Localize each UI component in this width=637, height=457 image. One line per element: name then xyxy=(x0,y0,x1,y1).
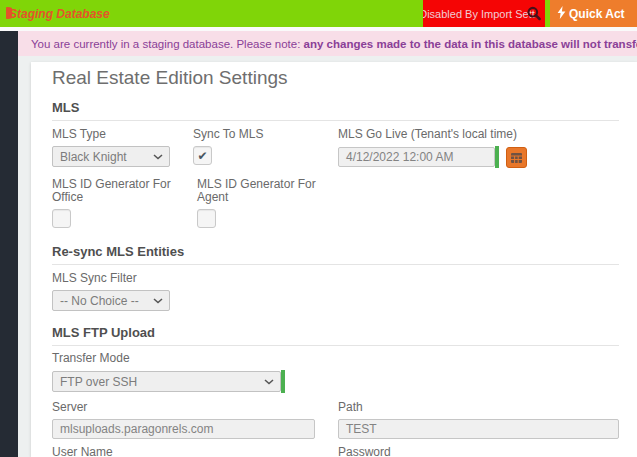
quick-actions-label: Quick Act xyxy=(569,7,625,21)
section-header-mls: MLS xyxy=(52,101,619,115)
transfer-mode-select[interactable]: FTP over SSH xyxy=(52,371,281,392)
staging-warning-bold: any changes made to the data in this dat… xyxy=(304,38,637,50)
staging-warning-banner: You are currently in a staging database.… xyxy=(18,31,637,56)
mls-go-live-input[interactable]: 4/12/2022 12:00 AM xyxy=(338,147,495,167)
field-sync-to-mls: Sync To MLS ✔ xyxy=(193,128,338,165)
section-divider xyxy=(52,345,619,346)
path-label: Path xyxy=(338,401,619,414)
mls-sync-filter-label: MLS Sync Filter xyxy=(52,272,619,285)
mls-type-select[interactable]: Black Knight xyxy=(52,146,170,167)
lightning-bolt-icon xyxy=(557,6,566,22)
magnifier-icon[interactable] xyxy=(526,6,542,24)
section-header-resync: Re-sync MLS Entities xyxy=(52,245,619,259)
mls-go-live-value: 4/12/2022 12:00 AM xyxy=(346,150,453,164)
disabled-by-import-settings-button[interactable]: Disabled By Import Sett xyxy=(423,0,545,27)
chevron-down-icon xyxy=(153,298,163,304)
path-value: TEST xyxy=(346,422,377,436)
sync-to-mls-checkbox[interactable]: ✔ xyxy=(193,146,212,165)
field-mls-id-generator-office: MLS ID Generator For Office xyxy=(52,178,197,228)
sync-to-mls-label: Sync To MLS xyxy=(193,128,338,141)
section-divider xyxy=(52,120,619,121)
field-mls-sync-filter: MLS Sync Filter -- No Choice -- xyxy=(52,272,619,311)
left-sidebar[interactable] xyxy=(0,31,18,457)
field-transfer-mode: Transfer Mode FTP over SSH xyxy=(52,352,619,393)
user-name-label: User Name xyxy=(52,446,338,457)
field-mls-go-live: MLS Go Live (Tenant's local time) 4/12/2… xyxy=(338,128,619,168)
field-changed-accent xyxy=(495,146,499,168)
server-value: mlsuploads.paragonrels.com xyxy=(60,422,213,436)
field-path: Path TEST xyxy=(338,401,619,439)
calendar-icon xyxy=(510,151,523,164)
section-header-ftp: MLS FTP Upload xyxy=(52,326,619,340)
mls-id-generator-office-label: MLS ID Generator For Office xyxy=(52,178,182,204)
mls-type-value: Black Knight xyxy=(60,150,127,164)
field-mls-id-generator-agent: MLS ID Generator For Agent xyxy=(197,178,342,228)
field-changed-accent xyxy=(281,370,285,393)
chevron-down-icon xyxy=(264,379,274,385)
mls-id-generator-agent-checkbox[interactable] xyxy=(197,209,216,228)
mls-type-label: MLS Type xyxy=(52,128,193,141)
server-label: Server xyxy=(52,401,338,414)
mls-id-generator-agent-label: MLS ID Generator For Agent xyxy=(197,178,327,204)
server-input[interactable]: mlsuploads.paragonrels.com xyxy=(52,419,315,439)
chevron-down-icon xyxy=(153,154,163,160)
mls-id-generator-office-checkbox[interactable] xyxy=(52,209,71,228)
staging-database-indicator: Staging Database xyxy=(9,0,110,27)
checkmark-icon: ✔ xyxy=(197,149,207,163)
staging-warning-text: You are currently in a staging database.… xyxy=(31,38,637,50)
quick-actions-button[interactable]: Quick Act xyxy=(550,0,637,27)
transfer-mode-label: Transfer Mode xyxy=(52,352,619,365)
path-input[interactable]: TEST xyxy=(338,419,619,439)
field-server: Server mlsuploads.paragonrels.com xyxy=(52,401,338,439)
staging-database-label: Staging Database xyxy=(9,7,110,21)
password-label: Password xyxy=(338,446,619,457)
mls-go-live-label: MLS Go Live (Tenant's local time) xyxy=(338,128,619,141)
section-divider xyxy=(52,264,619,265)
settings-card: Real Estate Edition Settings MLS MLS Typ… xyxy=(31,62,637,457)
disabled-by-import-settings-label: Disabled By Import Sett xyxy=(423,8,535,20)
database-icon xyxy=(6,7,14,23)
field-password: Password TEST xyxy=(338,446,619,457)
transfer-mode-value: FTP over SSH xyxy=(60,375,137,389)
top-bar: Staging Database Disabled By Import Sett… xyxy=(0,0,637,27)
field-mls-type: MLS Type Black Knight xyxy=(52,128,193,167)
field-user-name: User Name growthzone xyxy=(52,446,338,457)
page-title: Real Estate Edition Settings xyxy=(52,66,619,90)
mls-sync-filter-select[interactable]: -- No Choice -- xyxy=(52,290,170,311)
date-picker-button[interactable] xyxy=(506,147,527,168)
mls-sync-filter-value: -- No Choice -- xyxy=(60,294,139,308)
